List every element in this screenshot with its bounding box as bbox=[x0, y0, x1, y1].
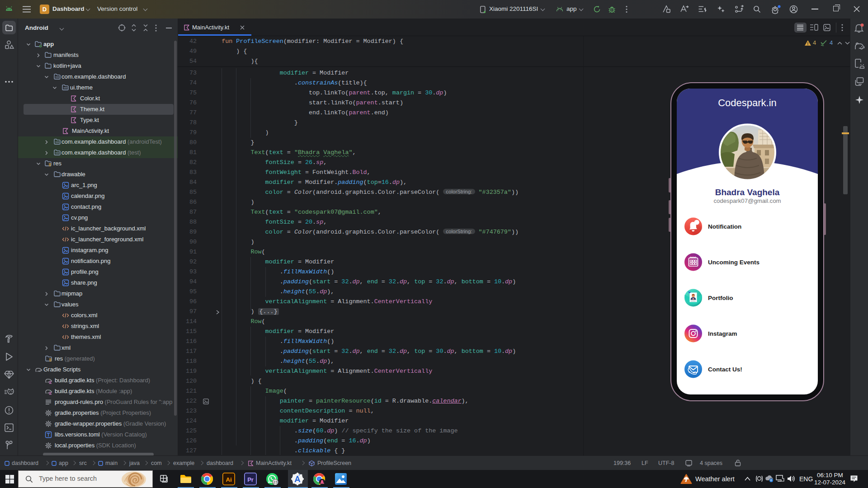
svg-text:23: 23 bbox=[273, 480, 278, 484]
svg-text:Notification: Notification bbox=[708, 223, 741, 230]
svg-text:codespark07@gmail.com: codespark07@gmail.com bbox=[714, 197, 781, 204]
svg-text:Ai: Ai bbox=[226, 476, 232, 483]
svg-text:Portfolio: Portfolio bbox=[708, 295, 733, 301]
svg-text:Pr: Pr bbox=[247, 476, 254, 483]
svg-text:Instagram: Instagram bbox=[708, 330, 737, 337]
svg-text:Codespark.in: Codespark.in bbox=[718, 97, 777, 108]
svg-text:Uncoming Events: Uncoming Events bbox=[708, 259, 760, 266]
svg-text:Contact Us!: Contact Us! bbox=[708, 366, 742, 373]
svg-text:Bhadra Vaghela: Bhadra Vaghela bbox=[715, 188, 780, 197]
